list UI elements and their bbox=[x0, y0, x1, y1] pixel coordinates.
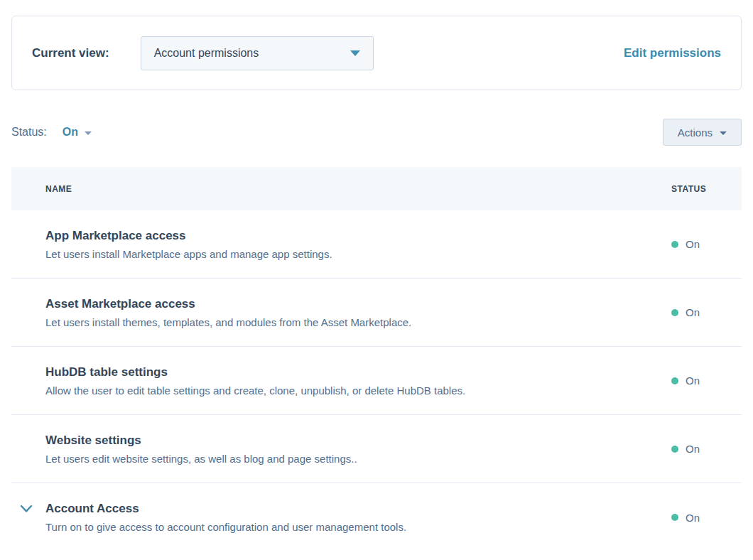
status-text: On bbox=[686, 375, 700, 387]
dropdown-caret-icon bbox=[85, 131, 92, 135]
status-cell: On bbox=[671, 443, 742, 455]
column-header-status: STATUS bbox=[671, 184, 742, 194]
view-selector[interactable]: Account permissions bbox=[141, 36, 374, 70]
status-dot-icon bbox=[671, 446, 678, 453]
permission-description: Let users install Marketplace apps and m… bbox=[45, 248, 654, 260]
permission-name: Website settings bbox=[45, 434, 654, 448]
status-text: On bbox=[686, 238, 700, 250]
actions-button[interactable]: Actions bbox=[663, 119, 742, 146]
view-selector-value: Account permissions bbox=[154, 47, 259, 60]
chevron-down-icon bbox=[20, 505, 33, 513]
dropdown-caret-icon bbox=[350, 50, 360, 56]
permission-description: Let users edit website settings, as well… bbox=[45, 453, 654, 465]
status-cell: On bbox=[671, 306, 742, 318]
table-row: Website settings Let users edit website … bbox=[11, 415, 742, 483]
permission-name-cell: Account Access Turn on to give access to… bbox=[45, 502, 671, 533]
current-view-panel: Current view: Account permissions Edit p… bbox=[11, 16, 742, 90]
permissions-table: NAME STATUS App Marketplace access Let u… bbox=[11, 167, 742, 551]
permission-name: Account Access bbox=[45, 502, 654, 516]
permission-name: App Marketplace access bbox=[45, 229, 654, 243]
status-dot-icon bbox=[671, 309, 678, 316]
current-view-label: Current view: bbox=[32, 46, 109, 60]
table-row: Asset Marketplace access Let users insta… bbox=[11, 279, 742, 347]
status-dot-icon bbox=[671, 514, 678, 521]
status-dot-icon bbox=[671, 377, 678, 384]
status-text: On bbox=[686, 512, 700, 524]
table-row: App Marketplace access Let users install… bbox=[11, 210, 742, 279]
status-filter[interactable]: On bbox=[63, 126, 92, 139]
permission-name: HubDB table settings bbox=[45, 365, 654, 379]
status-filter-label: Status: bbox=[11, 126, 47, 139]
permission-description: Let users install themes, templates, and… bbox=[45, 316, 654, 328]
status-text: On bbox=[686, 443, 700, 455]
filter-bar: Status: On Actions bbox=[11, 119, 742, 146]
status-cell: On bbox=[671, 512, 742, 524]
status-dot-icon bbox=[671, 241, 678, 248]
status-cell: On bbox=[671, 375, 742, 387]
table-header: NAME STATUS bbox=[11, 167, 742, 210]
table-row: Account Access Turn on to give access to… bbox=[11, 483, 742, 551]
status-filter-value: On bbox=[63, 126, 78, 139]
column-header-name: NAME bbox=[45, 184, 671, 194]
permission-name-cell: Website settings Let users edit website … bbox=[45, 434, 671, 465]
edit-permissions-link[interactable]: Edit permissions bbox=[624, 46, 721, 60]
permission-name-cell: App Marketplace access Let users install… bbox=[45, 229, 671, 260]
expand-row-button[interactable] bbox=[18, 503, 34, 515]
dropdown-caret-icon bbox=[720, 131, 727, 135]
permission-description: Allow the user to edit table settings an… bbox=[45, 384, 654, 397]
table-row: HubDB table settings Allow the user to e… bbox=[11, 347, 742, 415]
permission-name: Asset Marketplace access bbox=[45, 297, 654, 311]
permission-description: Turn on to give access to account config… bbox=[45, 521, 654, 533]
actions-button-label: Actions bbox=[678, 126, 713, 139]
permission-name-cell: HubDB table settings Allow the user to e… bbox=[45, 365, 671, 397]
status-cell: On bbox=[671, 238, 742, 250]
permission-name-cell: Asset Marketplace access Let users insta… bbox=[45, 297, 671, 328]
status-text: On bbox=[686, 306, 700, 318]
